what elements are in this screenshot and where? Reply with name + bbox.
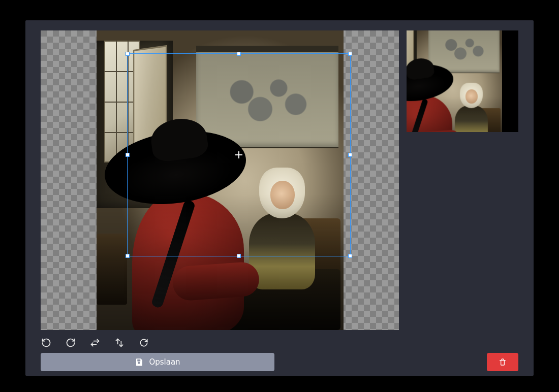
flip-horizontal-button[interactable] bbox=[89, 337, 101, 348]
crop-handle-sw[interactable] bbox=[126, 254, 130, 258]
swap-vertical-icon bbox=[114, 338, 125, 348]
save-button[interactable]: Opslaan bbox=[41, 353, 274, 371]
reset-button[interactable] bbox=[138, 337, 149, 348]
flip-vertical-button[interactable] bbox=[114, 337, 125, 348]
save-button-label: Opslaan bbox=[149, 357, 180, 367]
crop-selection[interactable] bbox=[127, 53, 351, 256]
crop-handle-w[interactable] bbox=[126, 153, 130, 157]
crop-canvas[interactable] bbox=[41, 30, 399, 330]
rotate-right-button[interactable] bbox=[65, 337, 76, 348]
crop-handle-se[interactable] bbox=[348, 254, 352, 258]
crop-handle-e[interactable] bbox=[348, 153, 352, 157]
rotate-left-button[interactable] bbox=[41, 337, 52, 348]
rotate-cw-icon bbox=[66, 338, 76, 348]
trash-icon bbox=[499, 358, 507, 366]
rotate-ccw-icon bbox=[41, 338, 51, 348]
editor-toolbar bbox=[41, 335, 274, 350]
crop-center-icon bbox=[235, 151, 242, 158]
delete-button[interactable] bbox=[487, 353, 518, 371]
swap-horizontal-icon bbox=[90, 338, 100, 348]
save-icon bbox=[135, 357, 144, 367]
crop-handle-n[interactable] bbox=[237, 52, 241, 56]
crop-handle-nw[interactable] bbox=[126, 52, 130, 56]
image-editor-panel: Opslaan bbox=[25, 20, 534, 376]
crop-handle-ne[interactable] bbox=[348, 52, 352, 56]
refresh-icon bbox=[139, 338, 149, 348]
crop-preview-thumbnail bbox=[407, 30, 518, 132]
crop-handle-s[interactable] bbox=[237, 254, 241, 258]
